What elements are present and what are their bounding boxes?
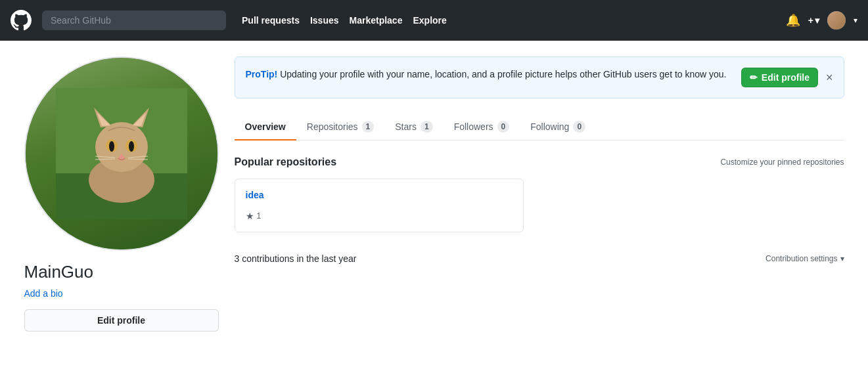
protip-label: ProTip!	[246, 69, 278, 79]
contribution-settings-label: Contribution settings	[765, 254, 837, 263]
repo-star-stat: ★ 1	[246, 211, 262, 221]
profile-avatar	[26, 58, 217, 249]
tab-stars-count: 1	[421, 121, 433, 133]
customize-pinned-link[interactable]: Customize your pinned repositories	[720, 158, 844, 167]
svg-point-3	[95, 122, 148, 172]
tab-stars-label: Stars	[395, 121, 417, 132]
navbar: Pull requests Issues Marketplace Explore…	[0, 0, 868, 41]
main-layout: MainGuo Add a bio Edit profile ProTip! U…	[14, 41, 855, 332]
repo-stats: ★ 1	[246, 211, 513, 221]
edit-profile-sidebar-button[interactable]: Edit profile	[24, 309, 219, 332]
tab-stars[interactable]: Stars 1	[384, 114, 443, 140]
chevron-down-icon: ▾	[815, 15, 819, 26]
protip-message: Updating your profile with your name, lo…	[280, 69, 726, 79]
tab-followers-count: 0	[497, 121, 510, 133]
notifications-icon[interactable]: 🔔	[786, 13, 800, 28]
popular-repos-header: Popular repositories Customize your pinn…	[235, 156, 844, 168]
profile-avatar-container	[24, 56, 219, 251]
svg-point-11	[129, 141, 134, 152]
tab-following-count: 0	[573, 121, 585, 133]
user-avatar-nav[interactable]	[827, 11, 846, 30]
protip-text: ProTip! Updating your profile with your …	[246, 68, 727, 81]
close-protip-button[interactable]: ×	[826, 72, 833, 83]
navbar-issues[interactable]: Issues	[310, 15, 339, 26]
contributions-footer: 3 contributions in the last year Contrib…	[235, 253, 844, 269]
navbar-marketplace[interactable]: Marketplace	[350, 15, 403, 26]
edit-profile-protip-button[interactable]: ✏ Edit profile	[741, 68, 818, 87]
avatar-chevron-icon: ▾	[854, 16, 857, 25]
contribution-settings-button[interactable]: Contribution settings ▾	[765, 254, 844, 263]
protip-content: ProTip! Updating your profile with your …	[246, 68, 731, 81]
profile-tabs: Overview Repositories 1 Stars 1 Follower…	[235, 114, 844, 140]
tab-following-label: Following	[530, 121, 569, 132]
navbar-right: 🔔 + ▾ ▾	[786, 11, 857, 30]
tab-followers-label: Followers	[454, 121, 493, 132]
navbar-links: Pull requests Issues Marketplace Explore	[242, 15, 447, 26]
tab-repositories[interactable]: Repositories 1	[296, 114, 385, 140]
protip-banner: ProTip! Updating your profile with your …	[235, 56, 844, 98]
repo-star-count: 1	[257, 211, 262, 221]
protip-actions: ✏ Edit profile ×	[741, 68, 833, 87]
profile-username: MainGuo	[24, 261, 219, 283]
repo-name-link[interactable]: idea	[246, 190, 264, 200]
tab-overview-label: Overview	[245, 121, 286, 132]
contributions-text: 3 contributions in the last year	[235, 253, 357, 264]
tab-repositories-count: 1	[362, 121, 375, 133]
edit-profile-protip-label: Edit profile	[762, 72, 810, 83]
tab-followers[interactable]: Followers 0	[444, 114, 520, 140]
search-input[interactable]	[42, 11, 226, 30]
repo-card-idea: idea ★ 1	[235, 179, 524, 232]
navbar-explore[interactable]: Explore	[413, 15, 446, 26]
left-sidebar: MainGuo Add a bio Edit profile	[24, 56, 219, 332]
right-content: ProTip! Updating your profile with your …	[235, 56, 844, 332]
svg-point-10	[109, 141, 114, 152]
popular-repos-title: Popular repositories	[235, 156, 337, 168]
chevron-down-icon: ▾	[840, 254, 844, 263]
tab-overview[interactable]: Overview	[235, 114, 296, 140]
add-bio-link[interactable]: Add a bio	[24, 288, 219, 299]
pencil-icon: ✏	[750, 72, 758, 83]
create-new-button[interactable]: + ▾	[808, 15, 819, 26]
plus-label: +	[808, 15, 813, 26]
navbar-pull-requests[interactable]: Pull requests	[242, 15, 300, 26]
github-logo[interactable]	[11, 10, 32, 31]
tab-repositories-label: Repositories	[307, 121, 358, 132]
tab-following[interactable]: Following 0	[520, 114, 596, 140]
star-icon: ★	[246, 211, 254, 221]
